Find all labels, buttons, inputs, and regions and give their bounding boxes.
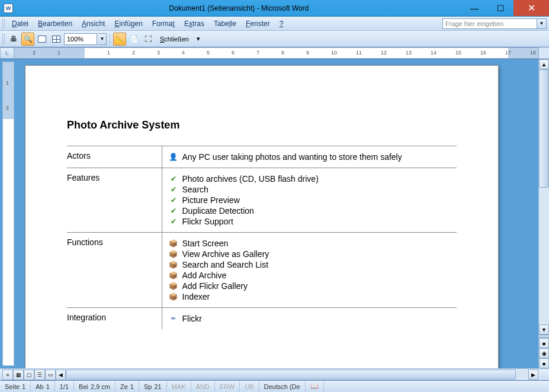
document-area: 12 Photo Archive System Actors👤Any PC us… (0, 59, 549, 368)
status-and[interactable]: ÄND (191, 381, 215, 392)
list-item: 📦Add Archive (169, 271, 450, 280)
menu-einfuegen[interactable]: Einfügen (110, 18, 147, 30)
menu-extras[interactable]: Extras (179, 18, 209, 30)
check-icon: ✔ (169, 217, 178, 226)
status-spell[interactable]: 📖 (306, 381, 324, 392)
menu-format[interactable]: Format (147, 18, 179, 30)
menu-bearbeiten[interactable]: Bearbeiten (33, 18, 77, 30)
box-icon: 📦 (169, 293, 178, 301)
ruler-button[interactable]: 📐 (113, 33, 126, 46)
zoom-dropdown[interactable]: ▼ (98, 33, 107, 45)
scroll-left-button[interactable]: ◀ (56, 369, 66, 380)
close-preview-button[interactable]: Schließen (156, 33, 193, 46)
ask-question-dropdown[interactable]: ▼ (537, 18, 547, 29)
ruler-row: L 21123456789101112131415161718 (0, 47, 549, 59)
status-ub[interactable]: ÜB (240, 381, 259, 392)
minimize-button[interactable]: — (461, 0, 487, 16)
list-item: 📦Add Flickr Gallery (169, 281, 450, 291)
row-content: ✔Photo archives (CD, USB flash drive)✔Se… (162, 168, 457, 233)
vscroll-thumb[interactable] (539, 69, 549, 188)
list-item: 👤Any PC user taking photos and wanting t… (169, 152, 450, 162)
vscroll-track[interactable] (539, 69, 549, 324)
next-page-button[interactable]: ● (539, 358, 549, 368)
print-button[interactable]: 🖶 (7, 33, 20, 46)
actor-icon: 👤 (169, 153, 178, 161)
ask-question-box[interactable]: Frage hier eingeben (442, 18, 537, 29)
scroll-up-button[interactable]: ▲ (539, 59, 549, 69)
view-web-button[interactable]: ▦ (13, 369, 24, 380)
scroll-down-button[interactable]: ▼ (539, 324, 549, 335)
status-col: Sp 21 (139, 381, 167, 392)
titlebar: W Dokument1 (Seitenansicht) - Microsoft … (0, 0, 549, 17)
toolbar-overflow[interactable]: ▾ (194, 33, 203, 46)
status-mak[interactable]: MAK (167, 381, 191, 392)
box-icon: 📦 (169, 282, 178, 290)
maximize-button[interactable]: ☐ (487, 0, 513, 16)
prev-page-button[interactable]: ● (539, 338, 549, 348)
view-outline-button[interactable]: ☰ (34, 369, 45, 380)
row-label: Actors (67, 146, 162, 168)
one-page-icon (38, 36, 46, 43)
feather-icon: ✒ (169, 314, 178, 323)
ruler-corner[interactable]: L (0, 47, 14, 59)
item-text: Any PC user taking photos and wanting to… (182, 152, 402, 162)
row-content: 📦Start Screen📦View Archive as Gallery📦Se… (162, 233, 457, 308)
table-row: Features✔Photo archives (CD, USB flash d… (67, 168, 457, 233)
list-item: 📦Search and Search List (169, 260, 450, 269)
bottom-bar: ≡ ▦ ▢ ☰ ▭ ◀ ▶ (0, 368, 549, 380)
hscroll-thumb[interactable] (66, 369, 516, 380)
list-item: ✔Photo archives (CD, USB flash drive) (169, 174, 450, 184)
multi-page-icon (52, 36, 60, 43)
box-icon: 📦 (169, 261, 178, 269)
item-text: Search and Search List (182, 260, 269, 269)
item-text: Flickr Support (182, 217, 233, 226)
doc-heading: Photo Archive System (67, 119, 457, 131)
menubar-handle[interactable] (2, 19, 5, 28)
horizontal-scrollbar[interactable]: ◀ ▶ (56, 369, 538, 380)
document-scroll[interactable]: Photo Archive System Actors👤Any PC user … (14, 59, 538, 368)
status-lang[interactable]: Deutsch (De (259, 381, 306, 392)
window-title: Dokument1 (Seitenansicht) - Microsoft Wo… (17, 4, 461, 12)
scroll-right-button[interactable]: ▶ (528, 369, 538, 380)
table-row: Integration✒Flickr (67, 308, 457, 330)
status-erw[interactable]: ERW (215, 381, 240, 392)
fullscreen-button[interactable]: ⛶ (142, 33, 155, 46)
menu-help[interactable]: ? (275, 18, 288, 30)
item-text: Picture Preview (182, 195, 240, 205)
shrink-button[interactable]: 📄 (127, 33, 140, 46)
view-normal-button[interactable]: ≡ (2, 369, 13, 380)
row-label: Functions (67, 233, 162, 308)
item-text: Duplicate Detection (182, 206, 254, 216)
statusbar: Seite 1 Ab 1 1/1 Bei 2,9 cm Ze 1 Sp 21 M… (0, 380, 549, 392)
check-icon: ✔ (169, 175, 178, 183)
list-item: 📦View Archive as Gallery (169, 249, 450, 259)
zoom-combo[interactable]: 100% (64, 33, 97, 45)
view-print-button[interactable]: ▢ (24, 369, 34, 380)
toolbar-handle[interactable] (2, 34, 5, 44)
ruler-icon: 📐 (115, 35, 124, 43)
vertical-scrollbar[interactable]: ▲ ▼ ● ◉ ● (538, 59, 549, 368)
app-icon: W (4, 4, 13, 13)
hscroll-track[interactable] (66, 369, 528, 380)
close-window-button[interactable]: ✕ (513, 0, 549, 16)
check-icon: ✔ (169, 196, 178, 204)
list-item: 📦Indexer (169, 292, 450, 301)
page: Photo Archive System Actors👤Any PC user … (25, 65, 499, 368)
printer-icon: 🖶 (10, 35, 17, 43)
menu-tabelle[interactable]: Tabelle (209, 18, 241, 30)
print-preview-toolbar: 🖶 🔍 100% ▼ 📐 📄 ⛶ Schließen ▾ (0, 31, 549, 47)
item-text: Indexer (182, 292, 210, 301)
magnifier-button[interactable]: 🔍 (21, 33, 34, 46)
list-item: ✒Flickr (169, 314, 450, 323)
menu-ansicht[interactable]: Ansicht (77, 18, 110, 30)
menu-fenster[interactable]: Fenster (241, 18, 275, 30)
multi-page-button[interactable] (50, 33, 63, 46)
one-page-button[interactable] (36, 33, 49, 46)
menu-datei[interactable]: Datei (7, 18, 33, 30)
horizontal-ruler[interactable]: 21123456789101112131415161718 (14, 47, 538, 59)
browse-object-button[interactable]: ◉ (539, 348, 549, 358)
item-text: Flickr (182, 314, 202, 323)
vertical-ruler[interactable]: 12 (2, 62, 14, 366)
menubar: Datei Bearbeiten Ansicht Einfügen Format… (0, 17, 549, 31)
view-reading-button[interactable]: ▭ (45, 369, 56, 380)
